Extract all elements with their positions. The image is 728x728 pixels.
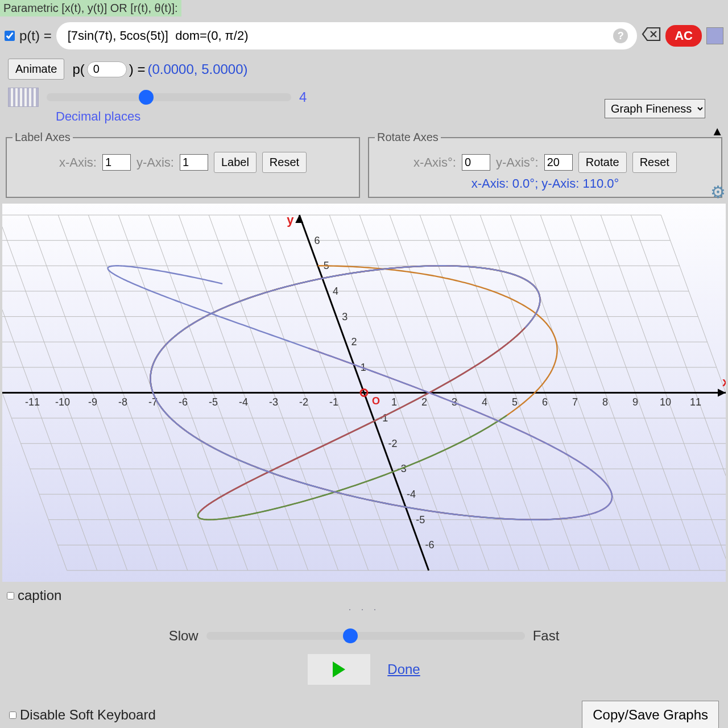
label-axes-legend: Label Axes	[13, 131, 73, 144]
caption-label: caption	[18, 588, 61, 603]
fineness-select[interactable]: Graph Fineness	[605, 99, 705, 118]
eval-suffix: ) =	[129, 61, 146, 77]
backspace-icon[interactable]	[642, 26, 661, 46]
color-swatch[interactable]	[706, 27, 723, 44]
label-button[interactable]: Label	[214, 152, 257, 173]
svg-text:-2: -2	[388, 438, 397, 449]
svg-text:-9: -9	[88, 396, 97, 408]
formula-input[interactable]	[56, 22, 638, 49]
y-axis-deg-input[interactable]	[544, 154, 573, 171]
enable-curve-checkbox[interactable]	[5, 31, 15, 41]
svg-text:9: 9	[632, 396, 638, 408]
copy-save-button[interactable]: Copy/Save Graphs	[582, 701, 719, 728]
svg-text:y: y	[287, 213, 294, 227]
disable-kb-checkbox[interactable]	[9, 712, 16, 719]
rotate-axes-panel: Rotate Axes x-Axis°: y-Axis°: Rotate Res…	[368, 131, 722, 198]
y-axis-deg-label: y-Axis°:	[496, 155, 539, 170]
rotate-axes-legend: Rotate Axes	[375, 131, 441, 144]
decimal-value: 4	[299, 89, 307, 105]
svg-text:-2: -2	[299, 396, 308, 408]
svg-text:7: 7	[572, 396, 578, 408]
speed-slider[interactable]	[206, 632, 525, 640]
svg-text:11: 11	[690, 396, 701, 408]
x-axis-label: x-Axis:	[59, 155, 97, 170]
svg-text:-10: -10	[55, 396, 70, 408]
x-axis-label-input[interactable]	[102, 154, 131, 171]
gear-icon[interactable]: ⚙	[710, 182, 726, 202]
x-axis-deg-input[interactable]	[462, 154, 490, 171]
svg-text:-4: -4	[239, 396, 248, 408]
play-icon	[333, 661, 345, 677]
y-axis-label: y-Axis:	[136, 155, 174, 170]
svg-marker-43	[295, 215, 303, 223]
eval-result: (0.0000, 5.0000)	[147, 61, 247, 77]
x-axis-deg-label: x-Axis°:	[413, 155, 456, 170]
svg-text:-4: -4	[407, 489, 416, 500]
label-axes-panel: Label Axes x-Axis: y-Axis: Label Reset	[6, 131, 360, 198]
caption-checkbox[interactable]	[7, 592, 14, 599]
svg-text:3: 3	[342, 311, 348, 322]
svg-text:10: 10	[660, 396, 671, 408]
svg-text:2: 2	[351, 336, 357, 348]
caption-row[interactable]: caption	[7, 588, 721, 603]
help-icon[interactable]: ?	[613, 28, 628, 43]
svg-text:4: 4	[482, 396, 487, 408]
svg-text:1: 1	[391, 396, 397, 408]
svg-text:-1: -1	[329, 396, 338, 408]
axis-status: x-Axis: 0.0°; y-Axis: 110.0°	[375, 176, 715, 191]
decimal-slider[interactable]	[47, 93, 291, 101]
keyboard-icon[interactable]	[8, 88, 39, 107]
fast-label: Fast	[533, 628, 560, 644]
disable-kb-row[interactable]: Disable Soft Keyboard	[9, 707, 156, 723]
graph-canvas[interactable]: -11-10-9-8-7-6-5-4-3-2-11234567891011-6-…	[2, 204, 726, 582]
svg-text:-7: -7	[148, 396, 158, 408]
ac-button[interactable]: AC	[665, 25, 702, 47]
svg-text:x: x	[722, 375, 726, 389]
label-reset-button[interactable]: Reset	[262, 152, 307, 173]
svg-text:-6: -6	[179, 396, 188, 408]
svg-text:-6: -6	[425, 539, 434, 551]
animate-button[interactable]: Animate	[8, 59, 64, 80]
svg-text:-8: -8	[118, 396, 127, 408]
svg-text:O: O	[372, 395, 380, 407]
disable-kb-label: Disable Soft Keyboard	[20, 707, 156, 723]
svg-text:5: 5	[512, 396, 518, 408]
y-axis-label-input[interactable]	[180, 154, 208, 171]
svg-text:8: 8	[602, 396, 608, 408]
svg-text:-5: -5	[209, 396, 218, 408]
svg-text:-3: -3	[269, 396, 278, 408]
eval-prefix: p(	[72, 61, 84, 77]
svg-text:-11: -11	[25, 396, 40, 408]
mode-label: Parametric [x(t), y(t)] OR [r(t), θ(t)]:	[0, 0, 181, 16]
done-link[interactable]: Done	[387, 661, 420, 677]
formula-prefix: p(t) =	[19, 28, 52, 44]
play-button[interactable]	[308, 654, 370, 685]
svg-text:-5: -5	[416, 514, 425, 526]
rotate-reset-button[interactable]: Reset	[632, 152, 677, 173]
grip-dots[interactable]: · · ·	[7, 603, 721, 615]
svg-text:6: 6	[315, 235, 320, 246]
slow-label: Slow	[169, 628, 198, 644]
svg-text:2: 2	[421, 396, 427, 408]
eval-t-input[interactable]	[87, 61, 127, 77]
rotate-button[interactable]: Rotate	[578, 152, 627, 173]
svg-text:4: 4	[333, 286, 338, 297]
svg-text:6: 6	[542, 396, 548, 408]
